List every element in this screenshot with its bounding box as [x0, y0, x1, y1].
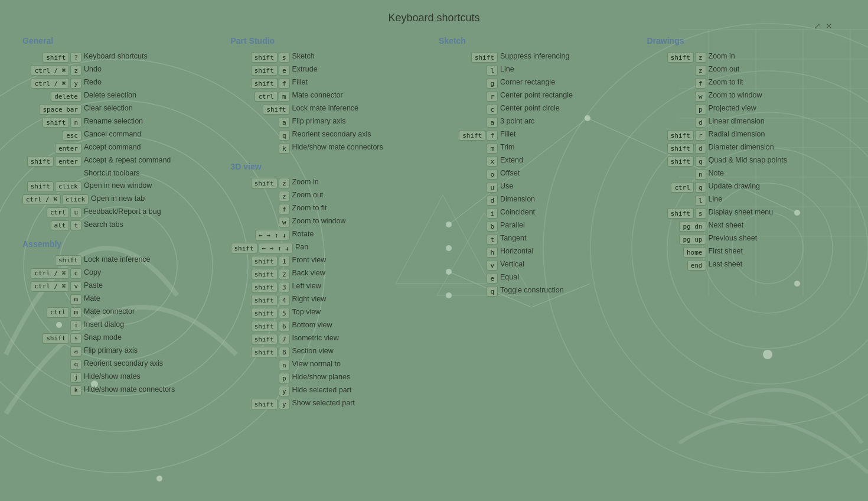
key-shift: shift	[471, 52, 498, 63]
shortcut-row: shift8 Section view	[231, 346, 430, 357]
key-ctrl: ctrl / ⌘	[31, 268, 69, 279]
action-text: Zoom to fit	[292, 203, 430, 214]
action-text: 3 point arc	[500, 116, 638, 127]
action-text: Back view	[292, 268, 430, 279]
key-d: d	[695, 117, 706, 128]
key-m: m	[70, 294, 81, 305]
key-a: a	[487, 117, 498, 128]
action-text: Zoom out	[292, 190, 430, 201]
key-6: 6	[279, 321, 290, 331]
key-arrows: ← → ↑ ↓	[255, 230, 289, 240]
key-shift: shift	[251, 282, 278, 292]
shortcut-row: shiftq Quad & Mid snap points	[647, 155, 846, 167]
key-1: 1	[279, 256, 290, 266]
action-text: Top view	[292, 307, 430, 318]
shortcut-row: c Center point circle	[439, 103, 638, 115]
action-text: Sketch	[292, 51, 430, 62]
action-text: Left view	[292, 281, 430, 292]
action-text: Isometric view	[292, 333, 430, 344]
shortcut-row: shift3 Left view	[231, 281, 430, 292]
key-z: z	[695, 65, 706, 76]
action-text: Hide/show planes	[292, 372, 430, 383]
key-2: 2	[279, 269, 290, 279]
shortcut-row: shiftz Zoom in	[647, 51, 846, 63]
key-u: u	[70, 207, 81, 218]
shortcut-row: f Zoom to fit	[231, 203, 430, 214]
shortcut-row: shifts Sketch	[231, 51, 430, 63]
action-text: Last sheet	[709, 259, 846, 270]
action-text: Extend	[500, 155, 638, 166]
shortcut-row: shift? Keyboard shortcuts	[22, 51, 221, 63]
shortcut-row: shifte Extrude	[231, 64, 430, 76]
shortcut-row: l Line	[647, 194, 846, 206]
shortcut-row: d Linear dimension	[647, 116, 846, 128]
action-text: Suppress inferencing	[500, 51, 638, 62]
key-shift: shift	[667, 208, 694, 219]
key-q: q	[695, 182, 706, 193]
key-delete: delete	[51, 91, 81, 102]
action-text: Quad & Mid snap points	[709, 155, 846, 166]
action-text: Linear dimension	[709, 116, 846, 127]
action-text: Flip primary axis	[292, 116, 430, 127]
key-8: 8	[279, 347, 290, 357]
key-e: e	[487, 273, 498, 284]
action-text: Insert dialog	[84, 320, 221, 330]
key-c: c	[70, 268, 81, 279]
shortcut-row: shiftf Fillet	[439, 129, 638, 141]
shortcut-row: esc Cancel command	[22, 129, 221, 141]
key-ctrl: ctrl / ⌘	[22, 194, 61, 205]
key-shift: shift	[43, 52, 69, 63]
key-shift: shift	[667, 156, 694, 167]
key-enter: enter	[55, 156, 81, 167]
shortcut-row: shiftf Fillet	[231, 77, 430, 89]
shortcut-row: shift← → ↑ ↓ Pan	[231, 242, 430, 253]
partstudio-shortcuts: shifts Sketch shifte Extrude shiftf Fill…	[231, 51, 430, 154]
shortcut-row: shiftenter Accept & repeat command	[22, 155, 221, 167]
general-section-title: General	[22, 36, 221, 45]
action-text: Toggle construction	[500, 285, 638, 296]
drawings-shortcuts: shiftz Zoom in z Zoom out f Zoom to fit …	[647, 51, 846, 271]
key-n: n	[70, 117, 81, 128]
shortcut-row: shift Lock mate inference	[231, 103, 430, 115]
drawings-column: Drawings shiftz Zoom in z Zoom out f Zoo…	[642, 36, 851, 271]
main-container: Keyboard shortcuts ⤢ ✕ General shift? Ke…	[0, 0, 868, 421]
shortcut-row: altt Search tabs	[22, 220, 221, 231]
action-text: Hide/show mates	[84, 372, 221, 382]
action-text: Hide/show mate connectors	[84, 385, 221, 395]
shortcut-row: shiftn Rename selection	[22, 116, 221, 128]
shortcut-row: end Last sheet	[647, 259, 846, 271]
key-shift: shift	[43, 117, 69, 128]
shortcut-row: w Zoom to window	[647, 90, 846, 102]
3dview-shortcuts: shiftz Zoom in z Zoom out f Zoom to fit …	[231, 177, 430, 409]
action-text: Offset	[500, 168, 638, 179]
shortcut-row: ctrl / ⌘z Undo	[22, 64, 221, 76]
shortcut-row: n Note	[647, 168, 846, 180]
shortcut-row: Shortcut toolbars	[22, 168, 221, 179]
key-n: n	[279, 360, 290, 370]
action-text: Zoom to fit	[709, 77, 846, 88]
action-text: Center point circle	[500, 103, 638, 114]
shortcut-row: b Parallel	[439, 220, 638, 232]
key-5: 5	[279, 308, 290, 318]
shortcut-row: shift6 Bottom view	[231, 320, 430, 331]
action-text: Mate	[84, 294, 221, 304]
key-p: p	[279, 373, 290, 383]
key-ctrl: ctrl	[254, 91, 278, 102]
key-q: ?	[70, 52, 81, 63]
key-q: q	[487, 286, 498, 297]
key-shift: shift	[251, 347, 278, 357]
key-shift: shift	[251, 178, 278, 188]
close-icon[interactable]: ✕	[825, 21, 833, 31]
action-text: Open in new window	[84, 181, 221, 191]
action-text: Rotate	[292, 229, 430, 240]
key-a: a	[279, 117, 290, 128]
action-text: Zoom to window	[292, 216, 430, 227]
columns-wrapper: General shift? Keyboard shortcuts ctrl /…	[18, 36, 850, 409]
key-k: k	[70, 385, 81, 396]
key-y: y	[279, 386, 290, 396]
expand-icon[interactable]: ⤢	[814, 21, 821, 31]
shortcut-row: ctrlm Mate connector	[231, 90, 430, 102]
shortcut-row: space bar Clear selection	[22, 103, 221, 115]
sketch-section-title: Sketch	[439, 36, 638, 45]
key-shift: shift	[27, 181, 54, 192]
